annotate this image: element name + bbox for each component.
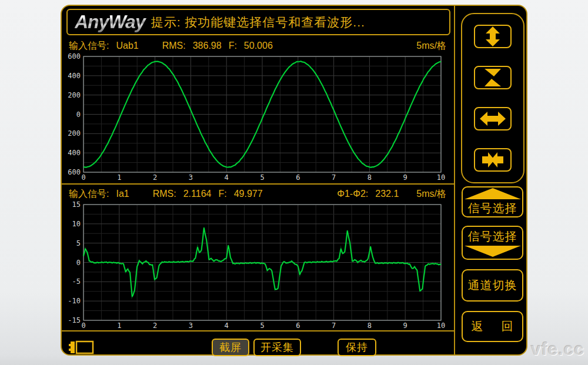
phase-label: Φ1-Φ2: [337,189,368,199]
signal-select-up-button[interactable]: 信号选择 [462,186,523,217]
compress-vertical-button[interactable] [474,66,512,89]
svg-text:3: 3 [189,322,193,330]
freq-label: F: [229,41,237,51]
svg-text:6: 6 [296,173,300,182]
svg-text:8: 8 [368,322,372,330]
hold-button[interactable]: 保持 [338,339,376,356]
svg-text:-400: -400 [68,149,81,157]
sidebar-divider [454,6,455,354]
svg-text:2: 2 [153,173,157,182]
hint-text: 提示: 按功能键选择信号和查看波形... [151,14,365,31]
svg-text:8: 8 [368,173,372,182]
compress-vertical-icon [480,68,505,88]
compress-horizontal-button[interactable] [474,148,512,172]
svg-text:0: 0 [81,322,85,330]
scale-button-group [461,13,524,183]
voltage-waveform-chart: 0123456789106004002000-200-400-600 [68,52,450,183]
svg-text:5: 5 [260,173,264,182]
svg-text:1: 1 [117,173,121,182]
screenshot-button[interactable]: 截屏 [212,339,249,356]
svg-text:200: 200 [68,91,81,99]
svg-text:9: 9 [403,322,407,330]
svg-text:400: 400 [68,72,81,80]
expand-horizontal-button[interactable] [474,107,512,130]
signal-name: Uab1 [116,41,138,51]
brand-logo: AnyWay [75,11,151,33]
svg-text:0: 0 [81,173,85,182]
svg-text:600: 600 [68,52,81,61]
analyzer-screen: AnyWay 提示: 按功能键选择信号和查看波形... 输入信号: Uab1 R… [61,5,527,356]
svg-text:2: 2 [153,322,157,330]
rms-label: RMS: [153,189,176,199]
expand-vertical-icon [480,26,505,46]
timebase-label: 5ms/格 [416,188,446,200]
phase-value: 232.1 [375,189,399,199]
signal-select-down-button[interactable]: 信号选择 [462,226,523,260]
back-button[interactable]: 返 回 [462,311,523,342]
channel-switch-label: 通道切换 [468,277,517,293]
back-label-right: 回 [502,319,514,334]
back-label-left: 返 [472,319,484,334]
svg-text:-5: -5 [72,277,81,286]
svg-text:1: 1 [117,322,121,330]
svg-text:10: 10 [437,173,445,182]
header: AnyWay 提示: 按功能键选择信号和查看波形... [66,9,450,35]
rms-label: RMS: [162,41,186,51]
freq-value: 50.006 [244,41,273,51]
panel-divider [62,183,455,185]
compress-horizontal-icon [480,151,506,169]
timebase-label: 5ms/格 [416,40,446,52]
svg-text:7: 7 [332,322,336,330]
svg-text:0: 0 [76,259,81,267]
expand-horizontal-icon [480,110,506,128]
signal-select-up-label: 信号选择 [468,200,517,216]
svg-text:-200: -200 [68,129,81,138]
current-panel-header: 输入信号: Ia1 RMS: 2.1164 F: 49.977 Φ1-Φ2: 2… [69,187,450,201]
rms-value: 2.1164 [183,189,212,199]
bottom-bar: 截屏 开采集 保持 [62,331,454,356]
freq-value: 49.977 [234,189,263,199]
svg-text:-600: -600 [68,168,81,176]
svg-text:-10: -10 [68,297,81,305]
watermark: vfe.cc [531,339,584,359]
svg-text:10: 10 [72,220,81,228]
svg-text:-15: -15 [68,316,81,324]
svg-text:10: 10 [437,322,445,330]
svg-text:7: 7 [332,173,336,182]
svg-text:0: 0 [76,110,81,119]
battery-plug-icon [69,340,96,355]
input-signal-label: 输入信号: [69,188,109,200]
channel-switch-button[interactable]: 通道切换 [462,269,523,302]
triangle-down-icon [465,246,521,257]
svg-text:3: 3 [189,173,193,182]
voltage-panel-header: 输入信号: Uab1 RMS: 386.98 F: 50.006 5ms/格 [69,39,450,53]
svg-text:5: 5 [76,239,81,247]
current-waveform-chart: 012345678910151050-5-10-15 [68,200,450,331]
start-acquisition-button[interactable]: 开采集 [253,339,301,356]
triangle-up-icon [465,188,521,199]
svg-text:4: 4 [225,173,229,182]
svg-text:9: 9 [403,173,407,182]
svg-text:4: 4 [225,322,229,330]
svg-text:15: 15 [72,200,81,209]
freq-label: F: [218,189,226,199]
signal-name: Ia1 [116,189,129,199]
signal-select-down-label: 信号选择 [468,229,517,245]
expand-vertical-button[interactable] [474,25,512,48]
svg-text:6: 6 [296,322,300,330]
input-signal-label: 输入信号: [69,40,109,52]
svg-text:5: 5 [260,322,264,330]
rms-value: 386.98 [193,41,222,51]
